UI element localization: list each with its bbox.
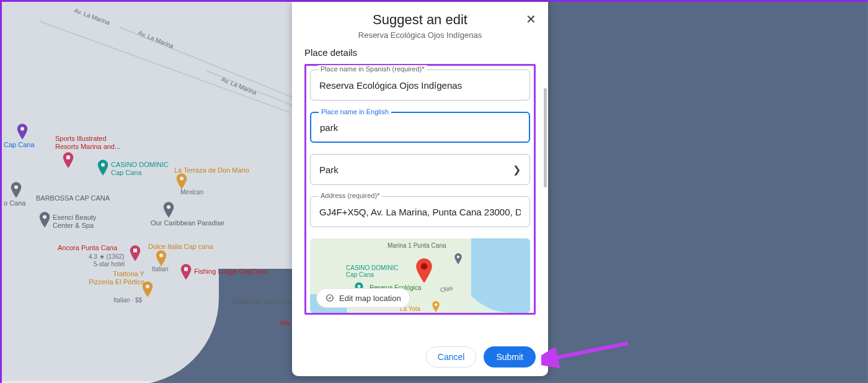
cancel-button[interactable]: Cancel: [426, 346, 477, 367]
hotel-pin-icon[interactable]: [63, 152, 74, 168]
close-button[interactable]: ✕: [522, 11, 539, 28]
place-name-spanish-field[interactable]: Place name in Spanish (required)*: [310, 70, 530, 101]
restaurant-pin-icon: [432, 301, 440, 312]
hotel-pin-icon[interactable]: [130, 245, 141, 261]
place-name-english-field[interactable]: Place name in English: [310, 112, 530, 143]
hotel-pin-icon[interactable]: [180, 264, 192, 280]
edit-map-location-label: Edit map location: [339, 294, 401, 303]
svg-point-14: [421, 263, 428, 270]
svg-point-0: [20, 127, 24, 131]
svg-rect-1: [66, 156, 70, 160]
address-field[interactable]: Address (required)*: [310, 196, 530, 227]
dialog-title: Suggest an edit: [304, 12, 536, 28]
svg-point-7: [159, 254, 163, 258]
mini-map-label: CASINO DOMINIC Cap Cana: [346, 264, 398, 278]
pin-icon[interactable]: [11, 182, 22, 198]
poi-label[interactable]: Sports Illustrated Resorts Marina and...: [55, 135, 120, 151]
poi-label[interactable]: Muelle de cap cana: [232, 298, 291, 306]
dialog-subtitle: Reserva Ecológica Ojos Indígenas: [304, 30, 536, 40]
edit-map-location-button[interactable]: Edit map location: [316, 288, 410, 308]
svg-point-2: [101, 163, 105, 167]
poi-label[interactable]: Ancora Punta Cana: [58, 244, 117, 252]
poi-label[interactable]: Our Caribbean Paradise: [151, 219, 224, 227]
teal-pin-icon[interactable]: [97, 160, 108, 176]
poi-label[interactable]: Cap Cana: [4, 141, 35, 149]
close-icon: ✕: [526, 12, 536, 27]
poi-label[interactable]: Dolce Italia Cap cana: [148, 243, 213, 251]
poi-label[interactable]: o Cana: [4, 199, 25, 207]
annotation-highlight-box: Place name in Spanish (required)* Place …: [304, 64, 536, 315]
svg-point-13: [435, 304, 437, 306]
place-name-english-input[interactable]: [320, 122, 520, 133]
place-name-spanish-input[interactable]: [319, 80, 521, 91]
poi-label[interactable]: CASINO DOMINIC Cap Cana: [111, 161, 169, 177]
location-marker-icon[interactable]: [415, 258, 433, 286]
field-label: Place name in English: [319, 108, 391, 115]
category-value: Park: [319, 164, 339, 175]
svg-point-6: [167, 205, 170, 209]
section-heading: Place details: [304, 47, 536, 58]
submit-button[interactable]: Submit: [484, 346, 536, 367]
chevron-right-icon: ❯: [513, 164, 521, 176]
poi-sublabel: Mexican: [180, 188, 203, 196]
location-mini-map[interactable]: Marina 1 Punta Cana CASINO DOMINIC Cap C…: [310, 238, 530, 313]
svg-point-5: [43, 215, 46, 219]
scrollbar[interactable]: [544, 88, 547, 187]
poi-label[interactable]: BARBOSSA CAP CANA: [36, 194, 110, 202]
hotel-pin-icon[interactable]: [17, 124, 28, 140]
edit-location-icon: [326, 294, 334, 302]
svg-point-3: [180, 177, 184, 181]
pin-icon: [454, 253, 463, 264]
svg-point-12: [457, 256, 459, 258]
address-input[interactable]: [319, 207, 521, 217]
svg-rect-8: [133, 249, 137, 253]
svg-rect-10: [184, 268, 188, 271]
poi-label[interactable]: Trattoria Y Pizzería El Pórtico: [89, 270, 144, 286]
restaurant-pin-icon[interactable]: [156, 250, 167, 266]
suggest-edit-dialog: Suggest an edit Reserva Ecológica Ojos I…: [292, 2, 548, 376]
pin-icon[interactable]: [39, 212, 50, 228]
field-label: Address (required)*: [318, 192, 382, 199]
category-selector[interactable]: Park ❯: [310, 154, 530, 185]
poi-label[interactable]: La Terraza de Don Mario: [174, 166, 249, 174]
poi-label[interactable]: Fishing Lodge CapCana: [194, 268, 268, 276]
restaurant-pin-icon[interactable]: [176, 173, 187, 189]
poi-sublabel: Italian · $$: [113, 296, 142, 304]
poi-sublabel: 5-star hotel: [94, 260, 125, 268]
mini-map-label: Marina 1 Punta Cana: [388, 242, 446, 249]
poi-sublabel: Italian: [152, 265, 169, 273]
svg-point-4: [14, 186, 18, 189]
svg-point-9: [146, 285, 149, 289]
poi-label[interactable]: Esenci Beauty Center & Spa: [53, 214, 96, 230]
field-label: Place name in Spanish (required)*: [318, 65, 427, 73]
pin-icon[interactable]: [163, 202, 174, 218]
